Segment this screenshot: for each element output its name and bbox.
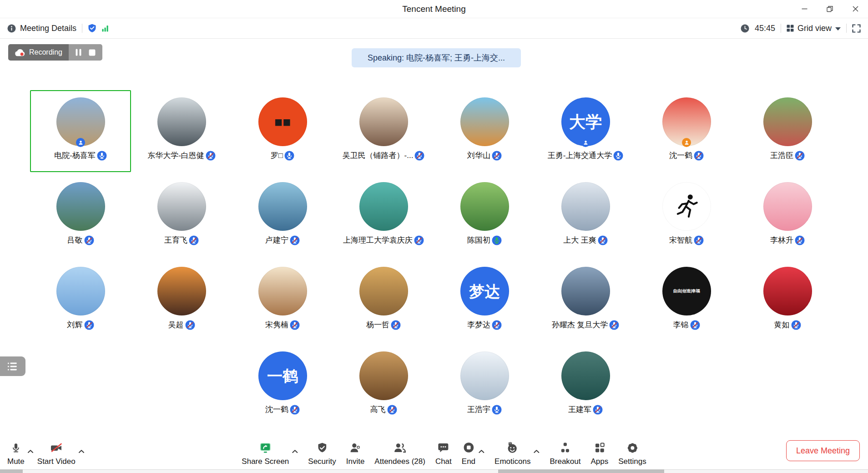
participant-tile[interactable]: 刘辉 — [30, 259, 131, 341]
grid-view-button[interactable]: Grid view — [787, 24, 841, 33]
speaking-banner: Speaking: 电院-杨喜军; 王勇-上海交... — [352, 48, 521, 67]
cloud-record-icon — [15, 49, 25, 56]
participant-name: 杨一哲 — [366, 320, 389, 330]
stop-recording-button[interactable] — [89, 49, 96, 56]
participant-name: 吕敬 — [67, 235, 83, 245]
participant-tile[interactable]: 卢建宁 — [232, 175, 333, 257]
participant-tile[interactable]: 东华大学-白恩健 — [131, 90, 232, 172]
participant-tile[interactable]: 电院-杨喜军 — [30, 90, 131, 172]
participant-name-row: 李梦达 — [467, 320, 502, 330]
toolbar-item-security[interactable]: Security — [308, 441, 336, 466]
participant-tile[interactable]: 李林升 — [737, 175, 838, 257]
toolbar-item-apps[interactable]: Apps — [590, 441, 608, 466]
member-list-panel-button[interactable] — [0, 356, 25, 376]
participant-tile[interactable]: 沈一鹤 — [636, 90, 737, 172]
participant-tile[interactable]: 王浩宇 — [434, 344, 535, 426]
toolbar-item-end[interactable]: End — [462, 441, 475, 466]
role-badge — [682, 138, 691, 147]
leave-meeting-button[interactable]: Leave Meeting — [786, 440, 860, 461]
participant-name-row: 李锦 — [673, 320, 700, 330]
participant-tile[interactable]: 自由|创造|幸福 李锦 — [636, 259, 737, 341]
participant-tile[interactable]: 刘华山 — [434, 90, 535, 172]
participant-avatar — [56, 182, 105, 231]
invite-icon — [349, 441, 362, 455]
grid-view-icon — [787, 25, 794, 32]
participant-tile[interactable]: 王育飞 — [131, 175, 232, 257]
participant-row: 一鹤 沈一鹤 高飞 — [30, 344, 838, 426]
participant-row: 电院-杨喜军 东华大学-白恩健 — [30, 90, 838, 172]
participant-tile[interactable]: 陈国初 — [434, 175, 535, 257]
participant-name-row: 黄如 — [774, 320, 801, 330]
participant-tile[interactable]: ◼◼ 罗□ — [232, 90, 333, 172]
shield-check-icon[interactable] — [88, 24, 96, 33]
minimize-button[interactable] — [792, 0, 817, 18]
participant-row: 刘辉 吴超 — [30, 259, 838, 341]
breakout-icon — [559, 441, 571, 455]
toolbar-item-settings[interactable]: Settings — [618, 441, 646, 466]
chevron-up-icon[interactable] — [292, 447, 298, 455]
participant-name-row: 高飞 — [370, 404, 397, 415]
toolbar-item-label: Security — [308, 457, 336, 466]
participant-tile[interactable]: 孙耀杰 复旦大学 — [535, 259, 636, 341]
restore-button[interactable] — [817, 0, 843, 18]
participant-avatar — [561, 182, 610, 231]
participant-tile[interactable]: 吴卫民（铺路者）-... — [333, 90, 434, 172]
participant-tile[interactable]: 吴超 — [131, 259, 232, 341]
toolbar-item-label: Breakout — [550, 457, 580, 466]
fullscreen-button[interactable] — [852, 24, 861, 33]
meeting-details-button[interactable]: Meeting Details — [7, 24, 76, 33]
participant-tile[interactable]: 吕敬 — [30, 175, 131, 257]
mic-status-icon — [609, 320, 619, 330]
pause-recording-button[interactable] — [76, 49, 81, 56]
participant-tile[interactable]: 宋智航 — [636, 175, 737, 257]
participant-avatar — [662, 182, 711, 231]
participant-tile[interactable]: 黄如 — [737, 259, 838, 341]
participant-tile[interactable]: 杨一哲 — [333, 259, 434, 341]
participant-tile[interactable]: 大学 王勇-上海交通大学 — [535, 90, 636, 172]
security-icon — [316, 441, 328, 455]
participant-tile[interactable]: 一鹤 沈一鹤 — [232, 344, 333, 426]
mic-status-icon — [84, 320, 94, 330]
toolbar-group-settings: Settings — [618, 441, 646, 466]
participant-tile[interactable]: 王浩臣 — [737, 90, 838, 172]
chevron-up-icon[interactable] — [533, 447, 540, 455]
participant-name: 高飞 — [370, 404, 386, 415]
toolbar-group-mic: Mute — [7, 441, 34, 466]
avatar-text: 大学 — [569, 114, 602, 130]
close-button[interactable] — [843, 0, 868, 18]
mic-status-icon — [97, 151, 107, 161]
toolbar-item-chat[interactable]: Chat — [435, 441, 452, 466]
participant-avatar — [157, 267, 206, 315]
chevron-up-icon[interactable] — [27, 447, 34, 455]
network-signal-icon[interactable] — [102, 25, 109, 32]
participant-avatar — [460, 97, 509, 146]
toolbar-item-attendees[interactable]: Attendees (28) — [374, 441, 425, 466]
participant-tile[interactable]: 宋隽楠 — [232, 259, 333, 341]
participant-tile[interactable]: 上海理工大学袁庆庆 — [333, 175, 434, 257]
chevron-up-icon[interactable] — [478, 447, 484, 455]
chevron-up-icon[interactable] — [78, 447, 85, 455]
participant-name: 吴超 — [168, 320, 184, 330]
participant-tile[interactable]: 上大 王爽 — [535, 175, 636, 257]
toolbar-group-share-screen: Share Screen — [242, 441, 298, 466]
toolbar-item-mic[interactable]: Mute — [7, 441, 25, 466]
mic-status-icon — [290, 405, 300, 415]
participant-name: 王浩宇 — [467, 404, 490, 415]
toolbar-group-security: Security — [308, 441, 336, 466]
participant-tile[interactable]: 梦达 李梦达 — [434, 259, 535, 341]
participant-tile[interactable]: 高飞 — [333, 344, 434, 426]
mic-status-icon — [185, 320, 195, 330]
toolbar-item-label: Settings — [618, 457, 646, 466]
runner-icon — [671, 192, 701, 222]
participant-avatar — [359, 182, 408, 231]
toolbar-item-video-off[interactable]: Start Video — [37, 441, 76, 466]
participant-tile[interactable]: 王建军 — [535, 344, 636, 426]
toolbar-item-emoticons[interactable]: Emoticons — [495, 441, 530, 466]
participant-name-row: 宋隽楠 — [265, 320, 300, 330]
toolbar-item-share-screen[interactable]: Share Screen — [242, 441, 289, 466]
divider — [781, 24, 781, 33]
toolbar-item-breakout[interactable]: Breakout — [550, 441, 580, 466]
participant-name-row: 宋智航 — [669, 235, 704, 245]
participant-avatar — [359, 351, 408, 400]
toolbar-item-invite[interactable]: Invite — [346, 441, 365, 466]
